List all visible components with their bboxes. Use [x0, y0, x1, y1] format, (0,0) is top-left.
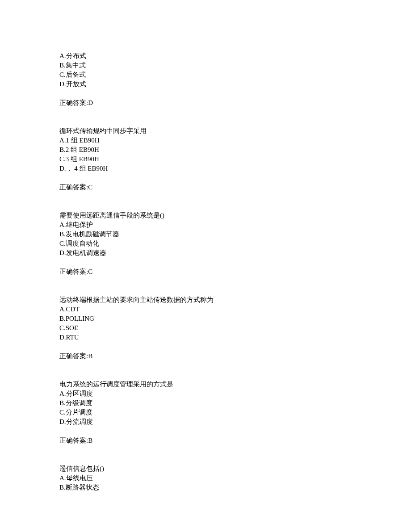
question-block-3: 需要使用远距离通信手段的系统是() A.继电保护 B.发电机励磁调节器 C.调度…	[59, 211, 411, 276]
option-d: D.RTU	[59, 333, 411, 342]
option-b: B.集中式	[59, 61, 411, 70]
option-a: A.继电保护	[59, 220, 411, 230]
option-d: D.开放式	[59, 80, 411, 89]
question-block-6: 遥信信息包括() A.母线电压 B.断路器状态	[59, 464, 411, 492]
option-a: A.CDT	[59, 305, 411, 314]
question-stem: 循环式传输规约中同步字采用	[59, 126, 411, 136]
option-a: A.分布式	[59, 51, 411, 61]
option-c: C.SOE	[59, 323, 411, 333]
option-c: C.后备式	[59, 70, 411, 80]
option-b: B.分级调度	[59, 398, 411, 408]
option-b: B.POLLING	[59, 314, 411, 323]
option-d: D.． 4 组 EB90H	[59, 164, 411, 173]
option-a: A.分区调度	[59, 389, 411, 398]
correct-answer: 正确答案:C	[59, 183, 411, 192]
option-c: C.3 组 EB90H	[59, 155, 411, 164]
option-c: C.调度自动化	[59, 239, 411, 248]
question-stem: 电力系统的运行调度管理采用的方式是	[59, 380, 411, 389]
option-b: B.2 组 EB90H	[59, 145, 411, 155]
option-d: D.分流调度	[59, 417, 411, 427]
question-block-5: 电力系统的运行调度管理采用的方式是 A.分区调度 B.分级调度 C.分片调度 D…	[59, 380, 411, 445]
question-stem: 遥信信息包括()	[59, 464, 411, 473]
option-a: A.1 组 EB90H	[59, 136, 411, 145]
correct-answer: 正确答案:B	[59, 436, 411, 445]
question-stem: 远动终端根据主站的要求向主站传送数据的方式称为	[59, 295, 411, 305]
question-stem: 需要使用远距离通信手段的系统是()	[59, 211, 411, 220]
correct-answer: 正确答案:D	[59, 98, 411, 108]
option-b: B.发电机励磁调节器	[59, 230, 411, 239]
option-c: C.分片调度	[59, 408, 411, 417]
option-b: B.断路器状态	[59, 483, 411, 492]
correct-answer: 正确答案:C	[59, 267, 411, 276]
question-block-4: 远动终端根据主站的要求向主站传送数据的方式称为 A.CDT B.POLLING …	[59, 295, 411, 361]
correct-answer: 正确答案:B	[59, 352, 411, 361]
question-block-1: A.分布式 B.集中式 C.后备式 D.开放式 正确答案:D	[59, 51, 411, 108]
option-a: A.母线电压	[59, 473, 411, 483]
option-d: D.发电机调速器	[59, 248, 411, 258]
question-block-2: 循环式传输规约中同步字采用 A.1 组 EB90H B.2 组 EB90H C.…	[59, 126, 411, 192]
